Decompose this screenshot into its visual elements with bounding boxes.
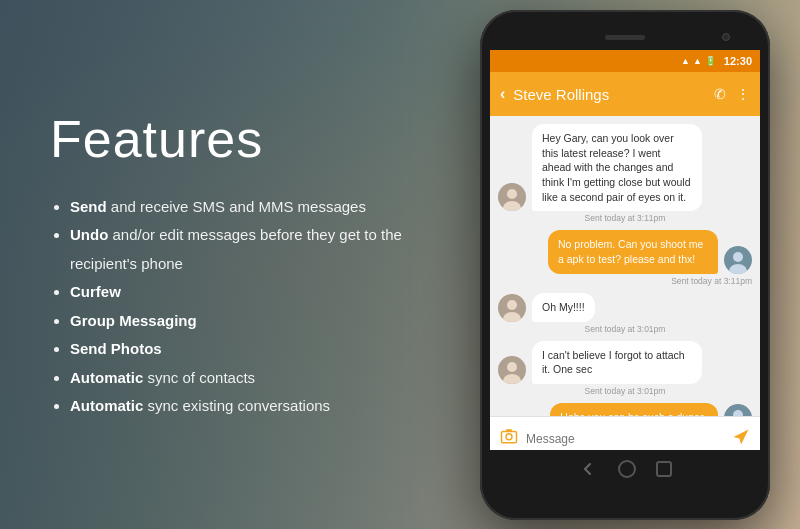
features-panel: Features Send and receive SMS and MMS me… xyxy=(0,0,460,529)
message-input-bar xyxy=(490,416,760,450)
message-group: Hey Gary, can you look over this latest … xyxy=(498,124,752,224)
message-row: Hey Gary, can you look over this latest … xyxy=(498,124,752,211)
battery-icon: 🔋 xyxy=(705,56,716,66)
home-nav-button[interactable] xyxy=(618,460,636,478)
status-bar: ▲ ▲ 🔋 12:30 xyxy=(490,50,760,72)
svg-point-4 xyxy=(733,252,743,262)
list-item: Send Photos xyxy=(70,335,410,364)
phone-speaker xyxy=(605,35,645,40)
message-input[interactable] xyxy=(526,432,724,446)
contact-name: Steve Rollings xyxy=(513,86,706,103)
message-row: No problem. Can you shoot me a apk to te… xyxy=(498,230,752,273)
signal-icon: ▲ xyxy=(693,56,702,66)
svg-point-7 xyxy=(507,300,517,310)
call-icon[interactable]: ✆ xyxy=(714,86,726,102)
message-bubble: Hey Gary, can you look over this latest … xyxy=(532,124,702,211)
list-item: Undo and/or edit messages before they ge… xyxy=(70,221,410,278)
list-item: Group Messaging xyxy=(70,307,410,336)
svg-point-10 xyxy=(507,362,517,372)
header-actions: ✆ ⋮ xyxy=(714,86,750,102)
avatar xyxy=(498,294,526,322)
svg-rect-17 xyxy=(506,429,512,431)
message-bubble: I can't believe I forgot to attach it. O… xyxy=(532,341,702,384)
back-button[interactable]: ‹ xyxy=(500,85,505,103)
features-list: Send and receive SMS and MMS messages Un… xyxy=(50,193,410,421)
message-bubble: Oh My!!!! xyxy=(532,293,595,322)
message-group: Oh My!!!! Sent today at 3:01pm xyxy=(498,293,752,335)
messages-area: Hey Gary, can you look over this latest … xyxy=(490,116,760,416)
phone-nav-bar xyxy=(490,454,760,484)
wifi-icon: ▲ xyxy=(681,56,690,66)
message-time: Sent today at 3:11pm xyxy=(498,213,752,223)
features-title: Features xyxy=(50,109,410,169)
phone-body: ▲ ▲ 🔋 12:30 ‹ Steve Rollings ✆ ⋮ xyxy=(480,10,770,520)
camera-button[interactable] xyxy=(500,427,518,450)
chat-header: ‹ Steve Rollings ✆ ⋮ xyxy=(490,72,760,116)
list-item: Send and receive SMS and MMS messages xyxy=(70,193,410,222)
avatar xyxy=(724,246,752,274)
svg-point-1 xyxy=(507,189,517,199)
message-bubble: Haha you can be such a dunce. xyxy=(550,403,718,416)
list-item: Automatic sync of contacts xyxy=(70,364,410,393)
list-item: Curfew xyxy=(70,278,410,307)
recents-nav-button[interactable] xyxy=(656,461,672,477)
avatar xyxy=(724,404,752,416)
back-nav-button[interactable] xyxy=(578,459,598,479)
avatar xyxy=(498,356,526,384)
more-options-icon[interactable]: ⋮ xyxy=(736,86,750,102)
list-item: Automatic sync existing conversations xyxy=(70,392,410,421)
message-row: Oh My!!!! xyxy=(498,293,752,322)
message-group: Haha you can be such a dunce. Sent today… xyxy=(498,403,752,416)
send-button[interactable] xyxy=(732,428,750,450)
phone-top-hardware xyxy=(490,28,760,46)
message-bubble: No problem. Can you shoot me a apk to te… xyxy=(548,230,718,273)
message-group: I can't believe I forgot to attach it. O… xyxy=(498,341,752,397)
status-icons: ▲ ▲ 🔋 xyxy=(681,56,716,66)
message-time: Sent today at 3:11pm xyxy=(498,276,752,286)
message-time: Sent today at 3:01pm xyxy=(498,324,752,334)
message-time: Sent today at 3:01pm xyxy=(498,386,752,396)
message-group: No problem. Can you shoot me a apk to te… xyxy=(498,230,752,286)
svg-point-16 xyxy=(506,434,512,440)
phone-mockup: ▲ ▲ 🔋 12:30 ‹ Steve Rollings ✆ ⋮ xyxy=(480,10,770,520)
phone-camera xyxy=(722,33,730,41)
avatar xyxy=(498,183,526,211)
phone-screen: ▲ ▲ 🔋 12:30 ‹ Steve Rollings ✆ ⋮ xyxy=(490,50,760,450)
message-row: I can't believe I forgot to attach it. O… xyxy=(498,341,752,384)
status-time: 12:30 xyxy=(724,55,752,67)
message-row: Haha you can be such a dunce. xyxy=(498,403,752,416)
